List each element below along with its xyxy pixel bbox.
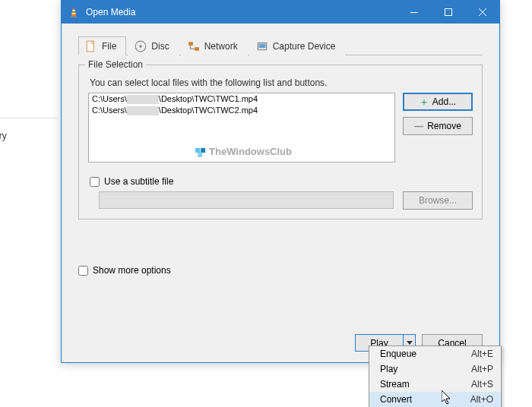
tab-network[interactable]: Network <box>181 36 248 55</box>
network-icon <box>188 41 200 52</box>
background-separator <box>0 118 57 118</box>
window-title: Open Media <box>86 7 397 17</box>
svg-rect-20 <box>198 153 202 157</box>
vlc-cone-icon <box>68 6 80 18</box>
svg-rect-17 <box>258 44 265 49</box>
media-tabs: File Disc Network Capture Device <box>78 36 483 55</box>
add-file-button[interactable]: ＋ Add... <box>403 93 473 111</box>
use-subtitle-label: Use a subtitle file <box>104 176 173 187</box>
dropdown-label: Convert <box>380 394 470 405</box>
file-icon <box>85 41 97 52</box>
minimize-button[interactable] <box>397 1 431 24</box>
remove-button-label: Remove <box>427 121 461 131</box>
tab-network-label: Network <box>204 41 238 52</box>
dropdown-shortcut: Alt+O <box>470 394 493 405</box>
file-path-prefix: C:\Users\ <box>92 94 127 103</box>
file-list-item[interactable]: C:\Users\\Desktop\TWC\TWC2.mp4 <box>89 105 394 116</box>
show-more-options-checkbox[interactable] <box>78 266 88 276</box>
watermark: TheWindowsClub <box>195 146 292 157</box>
svg-rect-5 <box>445 9 451 16</box>
file-path-prefix: C:\Users\ <box>92 106 127 115</box>
svg-rect-2 <box>72 10 75 11</box>
file-list[interactable]: C:\Users\\Desktop\TWC\TWC1.mp4 C:\Users\… <box>88 93 395 162</box>
svg-rect-18 <box>195 148 200 153</box>
minus-icon: — <box>414 121 423 131</box>
dropdown-item-convert[interactable]: Convert Alt+O <box>369 392 501 407</box>
file-path-suffix: \Desktop\TWC\TWC2.mp4 <box>159 106 258 115</box>
dropdown-label: Enqueue <box>380 349 471 359</box>
remove-file-button[interactable]: — Remove <box>403 117 473 135</box>
background-sidebar-fragment: ery <box>0 131 7 141</box>
dropdown-label: Stream <box>380 379 471 390</box>
file-path-suffix: \Desktop\TWC\TWC1.mp4 <box>159 94 258 103</box>
dropdown-label: Play <box>380 364 471 374</box>
browse-subtitle-button: Browse... <box>403 191 473 210</box>
tab-file-label: File <box>102 41 116 52</box>
disc-icon <box>135 41 147 52</box>
chevron-down-icon <box>407 341 413 345</box>
open-media-dialog: Open Media File Disc Network Capture Dev… <box>61 0 500 363</box>
file-selection-group: File Selection You can select local file… <box>78 65 483 219</box>
svg-rect-3 <box>72 13 76 14</box>
dropdown-item-enqueue[interactable]: Enqueue Alt+E <box>369 346 501 361</box>
svg-rect-8 <box>87 41 93 52</box>
browse-button-label: Browse... <box>419 195 457 206</box>
svg-point-11 <box>140 45 142 47</box>
svg-marker-21 <box>407 341 413 345</box>
tab-disc[interactable]: Disc <box>128 36 179 55</box>
use-subtitle-checkbox[interactable] <box>90 177 100 187</box>
plus-icon: ＋ <box>420 96 429 109</box>
tab-panel: File Selection You can select local file… <box>78 55 483 219</box>
subtitle-path-input <box>99 191 394 209</box>
tab-file[interactable]: File <box>78 36 126 55</box>
redacted-username <box>127 106 159 115</box>
tab-disc-label: Disc <box>151 41 169 52</box>
svg-rect-4 <box>410 12 418 13</box>
redacted-username <box>127 95 159 104</box>
file-selection-hint: You can select local files with the foll… <box>90 77 473 88</box>
dropdown-item-stream[interactable]: Stream Alt+S <box>369 377 501 392</box>
file-list-item[interactable]: C:\Users\\Desktop\TWC\TWC1.mp4 <box>89 93 394 105</box>
close-button[interactable] <box>465 1 499 24</box>
dropdown-shortcut: Alt+S <box>471 379 493 390</box>
dropdown-item-play[interactable]: Play Alt+P <box>369 361 501 377</box>
svg-rect-13 <box>195 47 199 51</box>
capture-icon <box>256 41 268 52</box>
tab-capture[interactable]: Capture Device <box>249 36 346 55</box>
tab-capture-label: Capture Device <box>273 41 336 52</box>
dropdown-shortcut: Alt+E <box>471 349 493 359</box>
maximize-button[interactable] <box>431 1 465 24</box>
svg-rect-19 <box>201 148 205 153</box>
svg-marker-0 <box>71 7 76 16</box>
file-selection-legend: File Selection <box>85 59 146 70</box>
svg-rect-12 <box>188 42 193 46</box>
title-bar[interactable]: Open Media <box>62 1 499 24</box>
play-dropdown-menu: Enqueue Alt+E Play Alt+P Stream Alt+S Co… <box>369 345 502 407</box>
add-button-label: Add... <box>432 96 456 107</box>
show-more-options-label: Show more options <box>93 265 171 276</box>
dropdown-shortcut: Alt+P <box>471 364 493 374</box>
watermark-text: TheWindowsClub <box>209 146 292 157</box>
svg-rect-1 <box>71 16 77 17</box>
